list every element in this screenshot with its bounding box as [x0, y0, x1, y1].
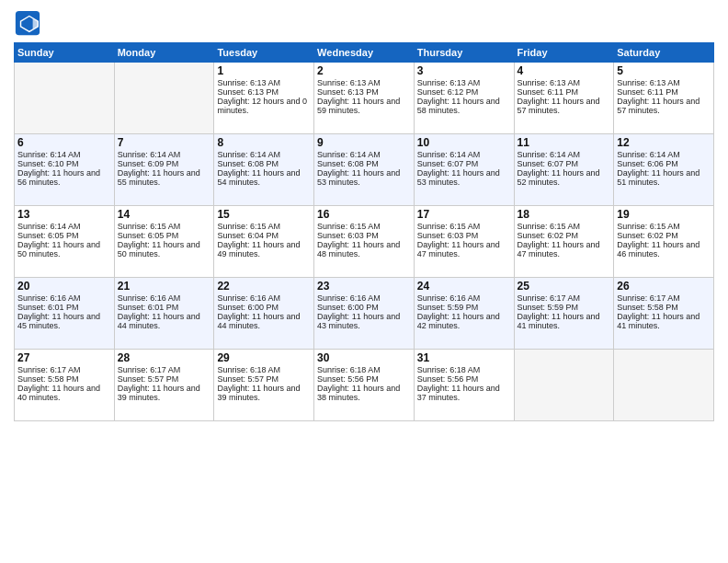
calendar-week-row: 13Sunrise: 6:14 AMSunset: 6:05 PMDayligh… — [15, 206, 714, 278]
calendar-cell: 23Sunrise: 6:16 AMSunset: 6:00 PMDayligh… — [314, 278, 415, 350]
sunrise-text: Sunrise: 6:14 AM — [17, 150, 111, 159]
day-number: 27 — [17, 351, 111, 364]
sunset-text: Sunset: 6:09 PM — [118, 159, 211, 168]
day-number: 14 — [118, 208, 211, 221]
header-day: Wednesday — [314, 43, 415, 63]
sunrise-text: Sunrise: 6:16 AM — [17, 293, 111, 303]
day-number: 13 — [17, 208, 111, 221]
header-day: Sunday — [15, 43, 115, 63]
calendar-cell: 20Sunrise: 6:16 AMSunset: 6:01 PMDayligh… — [15, 278, 115, 350]
sunset-text: Sunset: 6:03 PM — [317, 231, 411, 240]
daylight-text: Daylight: 11 hours and 49 minutes. — [217, 240, 311, 259]
sunrise-text: Sunrise: 6:13 AM — [317, 78, 411, 87]
calendar-cell: 22Sunrise: 6:16 AMSunset: 6:00 PMDayligh… — [214, 278, 314, 350]
daylight-text: Daylight: 11 hours and 39 minutes. — [118, 384, 211, 402]
calendar-header: SundayMondayTuesdayWednesdayThursdayFrid… — [15, 43, 714, 63]
sunset-text: Sunset: 6:07 PM — [518, 159, 611, 168]
sunset-text: Sunset: 6:04 PM — [217, 231, 311, 240]
sunrise-text: Sunrise: 6:17 AM — [617, 293, 711, 303]
day-number: 4 — [518, 64, 611, 77]
sunset-text: Sunset: 6:02 PM — [617, 231, 711, 240]
sunset-text: Sunset: 6:11 PM — [518, 87, 611, 97]
sunrise-text: Sunrise: 6:16 AM — [118, 293, 211, 303]
sunrise-text: Sunrise: 6:14 AM — [118, 150, 211, 159]
calendar-cell: 11Sunrise: 6:14 AMSunset: 6:07 PMDayligh… — [514, 134, 614, 206]
day-number: 12 — [617, 136, 711, 149]
daylight-text: Daylight: 11 hours and 44 minutes. — [217, 312, 311, 330]
day-number: 24 — [417, 280, 511, 293]
day-number: 26 — [617, 280, 711, 293]
daylight-text: Daylight: 11 hours and 50 minutes. — [17, 240, 111, 259]
sunrise-text: Sunrise: 6:15 AM — [617, 222, 711, 231]
logo-icon — [14, 9, 41, 37]
calendar-week-row: 1Sunrise: 6:13 AMSunset: 6:13 PMDaylight… — [15, 63, 714, 134]
sunset-text: Sunset: 6:07 PM — [417, 159, 511, 168]
sunrise-text: Sunrise: 6:15 AM — [417, 222, 511, 231]
sunrise-text: Sunrise: 6:13 AM — [217, 78, 311, 87]
sunrise-text: Sunrise: 6:13 AM — [417, 78, 511, 87]
sunset-text: Sunset: 5:56 PM — [317, 374, 411, 384]
sunrise-text: Sunrise: 6:14 AM — [518, 150, 611, 159]
daylight-text: Daylight: 11 hours and 40 minutes. — [17, 384, 111, 402]
daylight-text: Daylight: 11 hours and 39 minutes. — [217, 384, 311, 402]
day-number: 1 — [217, 64, 311, 77]
calendar-cell — [15, 63, 115, 134]
sunset-text: Sunset: 6:13 PM — [317, 87, 411, 97]
header-day: Monday — [114, 43, 214, 63]
calendar-cell: 15Sunrise: 6:15 AMSunset: 6:04 PMDayligh… — [214, 206, 314, 278]
day-number: 28 — [118, 351, 211, 364]
calendar-body: 1Sunrise: 6:13 AMSunset: 6:13 PMDaylight… — [15, 63, 714, 421]
sunrise-text: Sunrise: 6:17 AM — [17, 365, 111, 374]
day-number: 15 — [217, 208, 311, 221]
day-number: 17 — [417, 208, 511, 221]
sunset-text: Sunset: 5:57 PM — [217, 374, 311, 384]
sunset-text: Sunset: 6:13 PM — [217, 87, 311, 97]
calendar-cell: 30Sunrise: 6:18 AMSunset: 5:56 PMDayligh… — [314, 350, 415, 421]
daylight-text: Daylight: 11 hours and 53 minutes. — [417, 168, 511, 187]
sunset-text: Sunset: 5:59 PM — [518, 303, 611, 312]
daylight-text: Daylight: 11 hours and 44 minutes. — [118, 312, 211, 330]
day-number: 31 — [417, 351, 511, 364]
day-number: 8 — [217, 136, 311, 149]
calendar-cell: 18Sunrise: 6:15 AMSunset: 6:02 PMDayligh… — [514, 206, 614, 278]
calendar-week-row: 6Sunrise: 6:14 AMSunset: 6:10 PMDaylight… — [15, 134, 714, 206]
calendar-week-row: 27Sunrise: 6:17 AMSunset: 5:58 PMDayligh… — [15, 350, 714, 421]
daylight-text: Daylight: 11 hours and 37 minutes. — [417, 384, 511, 402]
day-number: 23 — [317, 280, 411, 293]
daylight-text: Daylight: 11 hours and 46 minutes. — [617, 240, 711, 259]
header-day: Saturday — [614, 43, 714, 63]
sunset-text: Sunset: 6:05 PM — [17, 231, 111, 240]
calendar-cell: 7Sunrise: 6:14 AMSunset: 6:09 PMDaylight… — [114, 134, 214, 206]
sunrise-text: Sunrise: 6:14 AM — [617, 150, 711, 159]
daylight-text: Daylight: 11 hours and 52 minutes. — [518, 168, 611, 187]
daylight-text: Daylight: 11 hours and 47 minutes. — [417, 240, 511, 259]
daylight-text: Daylight: 11 hours and 56 minutes. — [17, 168, 111, 187]
sunset-text: Sunset: 6:01 PM — [17, 303, 111, 312]
sunset-text: Sunset: 5:58 PM — [17, 374, 111, 384]
day-number: 10 — [417, 136, 511, 149]
day-number: 2 — [317, 64, 411, 77]
daylight-text: Daylight: 11 hours and 58 minutes. — [417, 97, 511, 115]
calendar-cell: 28Sunrise: 6:17 AMSunset: 5:57 PMDayligh… — [114, 350, 214, 421]
day-number: 5 — [617, 64, 711, 77]
day-number: 19 — [617, 208, 711, 221]
calendar-cell: 8Sunrise: 6:14 AMSunset: 6:08 PMDaylight… — [214, 134, 314, 206]
sunset-text: Sunset: 6:08 PM — [217, 159, 311, 168]
day-number: 6 — [17, 136, 111, 149]
sunrise-text: Sunrise: 6:14 AM — [417, 150, 511, 159]
sunset-text: Sunset: 5:58 PM — [617, 303, 711, 312]
header — [14, 9, 714, 37]
calendar-cell: 19Sunrise: 6:15 AMSunset: 6:02 PMDayligh… — [614, 206, 714, 278]
sunrise-text: Sunrise: 6:14 AM — [217, 150, 311, 159]
day-number: 18 — [518, 208, 611, 221]
calendar-page: SundayMondayTuesdayWednesdayThursdayFrid… — [0, 0, 728, 563]
sunrise-text: Sunrise: 6:15 AM — [118, 222, 211, 231]
day-number: 25 — [518, 280, 611, 293]
daylight-text: Daylight: 11 hours and 53 minutes. — [317, 168, 411, 187]
calendar-cell: 29Sunrise: 6:18 AMSunset: 5:57 PMDayligh… — [214, 350, 314, 421]
calendar-cell: 24Sunrise: 6:16 AMSunset: 5:59 PMDayligh… — [414, 278, 514, 350]
sunset-text: Sunset: 6:03 PM — [417, 231, 511, 240]
calendar-cell: 10Sunrise: 6:14 AMSunset: 6:07 PMDayligh… — [414, 134, 514, 206]
daylight-text: Daylight: 11 hours and 45 minutes. — [17, 312, 111, 330]
calendar-cell: 27Sunrise: 6:17 AMSunset: 5:58 PMDayligh… — [15, 350, 115, 421]
